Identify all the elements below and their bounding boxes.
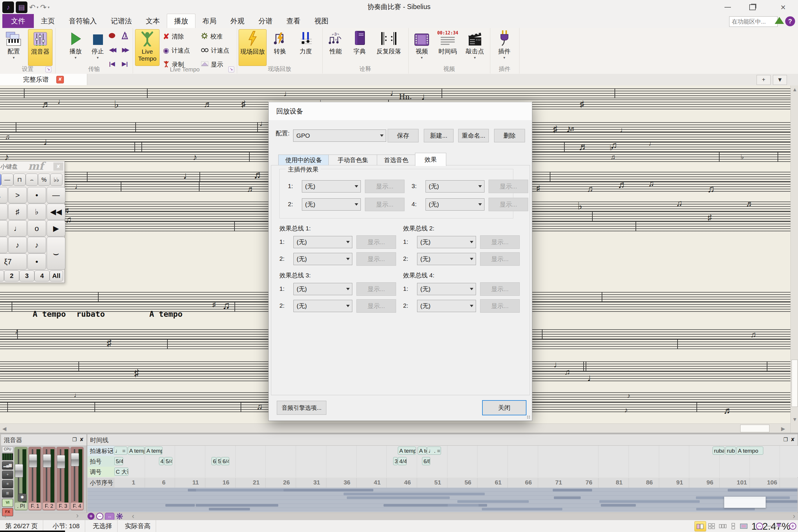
live-tempo-dialog-launcher-icon[interactable]: ↘ bbox=[228, 66, 234, 72]
bus1-effect-2-select[interactable]: (无) bbox=[293, 253, 352, 265]
repeats-button[interactable]: 反复段落 bbox=[373, 29, 405, 65]
keypad-key[interactable]: • bbox=[27, 253, 46, 270]
metronome-click-button[interactable] bbox=[118, 29, 131, 42]
master-effect-1-select[interactable]: (无) bbox=[302, 180, 361, 192]
config-button[interactable]: 配置 ▾ bbox=[2, 29, 26, 65]
new-config-button[interactable]: 新建... bbox=[424, 129, 454, 142]
timeline-fit-icon[interactable]: ↔ bbox=[105, 513, 114, 520]
scroll-up-icon[interactable]: ▲ bbox=[792, 87, 797, 93]
calibrate-button[interactable]: 校准 bbox=[201, 30, 223, 43]
ribbon-tab-外观[interactable]: 外观 bbox=[223, 14, 251, 28]
ribbon-tab-记谱法[interactable]: 记谱法 bbox=[104, 14, 139, 28]
timeline-row-label[interactable]: 拍号 bbox=[88, 456, 115, 467]
row-dropdown-icon[interactable]: ▾ bbox=[111, 449, 113, 453]
timeline-chip[interactable]: 5/4 bbox=[164, 457, 172, 465]
mixer-button[interactable]: 混音器 bbox=[28, 29, 53, 66]
tab-effects[interactable]: 效果 bbox=[415, 153, 446, 166]
timeline-scroll-left-icon[interactable]: ‹ bbox=[132, 512, 134, 520]
dialog-title-bar[interactable]: 回放设备 bbox=[269, 102, 532, 120]
timeline-chip[interactable]: 6/ bbox=[211, 457, 216, 465]
live-tempo-button[interactable]: LiveTempo bbox=[135, 29, 159, 66]
rename-config-button[interactable]: 重命名... bbox=[458, 129, 489, 142]
strip-narrow-button[interactable]: ≡ bbox=[2, 480, 13, 488]
scroll-down-icon[interactable]: ▼ bbox=[792, 417, 797, 423]
dictionary-button[interactable]: 字典 bbox=[348, 29, 371, 65]
master-effect-3-show-button[interactable]: 显示... bbox=[489, 180, 528, 193]
scroll-left-icon[interactable]: ◀ bbox=[2, 425, 6, 432]
master-effect-3-select[interactable]: (无) bbox=[425, 180, 484, 192]
ribbon-tab-文本[interactable]: 文本 bbox=[139, 14, 167, 28]
document-tab-full-score[interactable]: 完整乐谱 ✘ bbox=[0, 74, 87, 85]
tab-preferred-sounds[interactable]: 首选音色 bbox=[377, 155, 416, 166]
fader-handle[interactable] bbox=[43, 454, 51, 468]
scroll-right-icon[interactable]: ▶ bbox=[781, 425, 785, 432]
ribbon-tab-播放[interactable]: 播放 bbox=[167, 14, 195, 28]
fader-handle[interactable] bbox=[71, 453, 79, 467]
timeline-chip[interactable]: C 大调 bbox=[114, 468, 128, 476]
timeline-chip[interactable]: 4/4 bbox=[398, 457, 406, 465]
timeline-chip[interactable]: A tempo bbox=[145, 446, 163, 455]
setup-dialog-launcher-icon[interactable]: ↘ bbox=[45, 66, 51, 72]
timeline-chip[interactable]: 5/4 bbox=[114, 457, 123, 465]
timeline-float-icon[interactable]: ❐ bbox=[783, 437, 788, 443]
keypad-key[interactable]: — bbox=[47, 187, 65, 203]
keypad-layout-2[interactable]: 2 bbox=[4, 270, 19, 282]
timeline-chip[interactable]: ruba bbox=[712, 446, 724, 455]
keypad-key[interactable]: ♭ bbox=[27, 204, 46, 220]
timeline-chip[interactable]: A tempo bbox=[128, 446, 145, 455]
bus2-effect-2-select[interactable]: (无) bbox=[417, 253, 476, 265]
record-button[interactable] bbox=[106, 29, 118, 42]
fader-handle[interactable] bbox=[29, 454, 37, 468]
ribbon-tab-主页[interactable]: 主页 bbox=[34, 14, 62, 28]
keypad-key[interactable]: ↖ bbox=[0, 187, 7, 203]
master-effect-2-select[interactable]: (无) bbox=[302, 198, 361, 211]
audio-engine-options-button[interactable]: 音频引擎选项... bbox=[277, 401, 326, 415]
minimize-button[interactable] bbox=[718, 0, 738, 15]
timeline-chip[interactable]: 6/8 bbox=[422, 457, 430, 465]
keypad-key[interactable]: ♮ bbox=[0, 204, 7, 220]
tab-close-icon[interactable]: ✘ bbox=[56, 76, 64, 83]
mixer-close-icon[interactable]: ✘ bbox=[80, 437, 84, 443]
ribbon-tab-查看[interactable]: 查看 bbox=[280, 14, 307, 28]
zoom-in-button[interactable]: + bbox=[789, 522, 796, 530]
timeline-chip[interactable]: A tempo bbox=[737, 446, 763, 455]
keypad-layout-1[interactable]: 1 bbox=[0, 270, 4, 282]
bus3-effect-1-select[interactable]: (无) bbox=[293, 283, 352, 295]
keypad-small-key[interactable]: % bbox=[38, 173, 50, 186]
horizontal-scrollbar[interactable]: ◀ ▶ bbox=[0, 423, 791, 433]
timeline-row-label[interactable]: 调号 bbox=[88, 467, 115, 477]
configuration-select[interactable]: GPO bbox=[293, 130, 386, 142]
tempo-points-button[interactable]: ◉ 计速点 bbox=[163, 44, 190, 57]
timeline-settings-gear-icon[interactable] bbox=[116, 513, 123, 520]
horizontal-scroll-thumb[interactable] bbox=[740, 425, 770, 432]
save-config-button[interactable]: 保存 bbox=[387, 129, 419, 142]
master-effect-4-show-button[interactable]: 显示... bbox=[489, 198, 528, 211]
keypad-key[interactable]: o bbox=[27, 220, 46, 236]
keypad-layout-All[interactable]: All bbox=[50, 270, 63, 282]
close-dialog-button[interactable]: 关闭 bbox=[482, 400, 527, 415]
timeline-chip[interactable]: A tempo bbox=[398, 446, 416, 455]
timeline-chip[interactable]: ♩. = 68 bbox=[427, 446, 441, 455]
bus1-effect-1-select[interactable]: (无) bbox=[293, 236, 352, 248]
ribbon-tab-文件[interactable]: 文件 bbox=[2, 14, 34, 28]
tab-manual-sound-sets[interactable]: 手动音色集 bbox=[328, 155, 377, 166]
bus4-effect-2-select[interactable]: (无) bbox=[417, 300, 476, 312]
keypad-key[interactable]: ♩ bbox=[0, 220, 7, 236]
timeline-chip[interactable]: A te bbox=[418, 446, 427, 455]
view-grid-button[interactable] bbox=[706, 521, 717, 531]
video-button[interactable]: 视频 ▾ bbox=[410, 29, 433, 65]
keypad-key[interactable]: ♬ bbox=[0, 237, 7, 253]
resize-grip[interactable] bbox=[527, 415, 530, 419]
timeline-chip[interactable]: 5/ bbox=[216, 457, 221, 465]
view-spreads-horizontal-button[interactable] bbox=[695, 521, 706, 531]
keypad-layout-3[interactable]: 3 bbox=[19, 270, 34, 282]
bus1-effect-2-show-button[interactable]: 显示... bbox=[356, 252, 396, 266]
view-panorama-button[interactable] bbox=[738, 521, 749, 531]
vertical-scrollbar[interactable]: ▲ ▼ bbox=[791, 86, 798, 433]
play-button[interactable]: 播放 ▾ bbox=[63, 29, 88, 65]
timeline-chip[interactable]: rub bbox=[725, 446, 736, 455]
keypad-key[interactable]: ♪ bbox=[27, 237, 46, 253]
timeline-zoom-in-icon[interactable]: + bbox=[88, 513, 95, 520]
keypad-key[interactable]: ξ7 bbox=[0, 253, 27, 270]
timeline-chip[interactable]: 3/ bbox=[393, 457, 398, 465]
